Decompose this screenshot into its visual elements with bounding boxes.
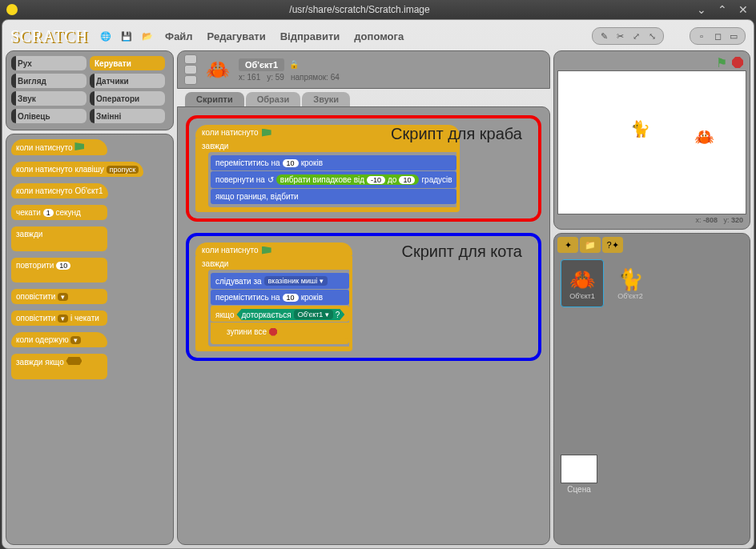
block-forever[interactable]: завжди	[11, 226, 107, 251]
crab-script-label: Скрипт для краба	[391, 125, 522, 143]
globe-icon[interactable]: 🌐	[98, 28, 114, 44]
block-when-receive[interactable]: коли одержую ▾	[11, 332, 107, 347]
touching-dropdown[interactable]: Об'єкт1 ▾	[294, 310, 333, 319]
block-random[interactable]: вибрати випадкове від -10 до 10	[276, 174, 420, 185]
move-steps-input[interactable]: 10	[283, 294, 299, 302]
category-sensing[interactable]: Датчики	[90, 74, 165, 88]
rotate-ccw-icon: ↺	[267, 175, 274, 184]
block-forever-if[interactable]: завжди якщо	[11, 354, 107, 379]
sprite-direction: 64	[331, 73, 340, 82]
stage-canvas[interactable]	[557, 70, 746, 214]
block-wait[interactable]: чекати 1 секунд	[11, 205, 107, 220]
import-sprite-button[interactable]: 📁	[580, 237, 601, 253]
block-bounce[interactable]: якщо границя, відбити	[211, 189, 456, 204]
rotate-full-button[interactable]	[184, 54, 197, 64]
window-titlebar: /usr/share/scratch/Scratch.image ⌄ ⌃ ✕	[0, 0, 756, 19]
window-maximize-icon[interactable]: ⌃	[716, 3, 729, 16]
block-forever[interactable]: завжди слідувати за вказівник миші ▾ пер…	[195, 256, 352, 351]
rotate-none-button[interactable]	[184, 75, 197, 85]
block-stop-all[interactable]: зупини все	[222, 324, 348, 339]
category-pen[interactable]: Олівець	[11, 109, 86, 123]
window-title: /usr/share/scratch/Scratch.image	[24, 4, 695, 15]
crab-script-group: Скрипт для краба коли натиснуто завжди п…	[186, 115, 541, 222]
grow-icon[interactable]: ⤢	[629, 30, 642, 42]
point-target-dropdown[interactable]: вказівник миші ▾	[264, 276, 328, 286]
window-close-icon[interactable]: ✕	[737, 3, 750, 16]
move-steps-input[interactable]: 10	[283, 159, 299, 167]
block-move[interactable]: переміститись на 10 кроків	[211, 155, 456, 170]
save-icon[interactable]: 💾	[119, 28, 135, 44]
large-stage-icon[interactable]: ◻	[711, 30, 724, 42]
app-window: SCRATCH 🌐 💾 📂 Файл Редагувати Відправити…	[2, 19, 754, 549]
sprite-list-panel: ✦ 📁 ?✦ Об'єкт1 Об'єкт2	[553, 233, 750, 545]
paint-sprite-button[interactable]: ✦	[557, 237, 578, 253]
category-sound[interactable]: Звук	[11, 91, 86, 106]
flag-icon	[74, 142, 84, 150]
block-palette: коли натиснуто коли натиснуто клавішу пр…	[6, 134, 174, 545]
stage-tile[interactable]: Сцена	[557, 455, 601, 503]
edit-tools: ✎ ✂ ⤢ ⤡	[592, 27, 664, 45]
category-operators[interactable]: Оператори	[90, 91, 165, 106]
category-variables[interactable]: Змінні	[90, 109, 165, 123]
rotate-flip-button[interactable]	[184, 65, 197, 74]
category-control[interactable]: Керувати	[90, 56, 165, 70]
sprite-y: 59	[275, 73, 284, 82]
random-high-input[interactable]: 10	[399, 176, 415, 184]
block-when-flag[interactable]: коли натиснуто	[11, 139, 107, 155]
block-when-key[interactable]: коли натиснуто клавішу пропуск	[11, 162, 143, 177]
menu-edit[interactable]: Редагувати	[207, 30, 266, 42]
lock-icon[interactable]: 🔒	[289, 60, 299, 69]
main-toolbar: SCRATCH 🌐 💾 📂 Файл Редагувати Відправити…	[6, 23, 750, 49]
tab-sounds[interactable]: Звуки	[302, 92, 350, 106]
menu-file[interactable]: Файл	[165, 30, 193, 42]
block-hat-flag[interactable]: коли натиснуто	[195, 242, 352, 256]
sprite-tile-2[interactable]: Об'єкт2	[609, 259, 652, 307]
app-icon	[6, 4, 18, 15]
editor-tabs: Скрипти Образи Звуки	[185, 92, 550, 106]
stage-sprite-cat[interactable]	[630, 119, 650, 138]
category-panel: Рух Керувати Вигляд Датчики Звук Операто…	[6, 50, 174, 130]
category-looks[interactable]: Вигляд	[11, 74, 86, 88]
stop-button[interactable]	[732, 57, 743, 68]
stage-sprite-crab[interactable]	[694, 127, 756, 146]
surprise-sprite-button[interactable]: ?✦	[602, 237, 623, 253]
block-touching[interactable]: доторкається Об'єкт1 ▾ ?	[236, 309, 344, 320]
cat-script-label: Скрипт для кота	[402, 242, 522, 261]
green-flag-button[interactable]: ⚑	[716, 55, 727, 70]
stage-panel: ⚑ x: -808 y: 320	[553, 50, 750, 230]
block-forever[interactable]: завжди переміститись на 10 кроків поверн…	[195, 138, 460, 212]
scratch-logo: SCRATCH	[10, 27, 88, 46]
open-icon[interactable]: 📂	[139, 28, 155, 44]
script-area[interactable]: Скрипт для краба коли натиснуто завжди п…	[177, 106, 550, 545]
block-repeat[interactable]: повторити 10	[11, 258, 107, 283]
cat-script[interactable]: коли натиснуто завжди слідувати за вказі…	[195, 242, 352, 351]
category-motion[interactable]: Рух	[11, 56, 86, 70]
sprite-header: Об'єкт1 🔒 x: 161 y: 59 напрямок: 64	[177, 50, 550, 89]
current-sprite-thumb	[203, 55, 232, 84]
stamp-icon[interactable]: ✎	[597, 30, 610, 42]
block-when-sprite-clicked[interactable]: коли натиснуто Об'єкт1	[11, 183, 108, 198]
shrink-icon[interactable]: ⤡	[645, 30, 658, 42]
tab-scripts[interactable]: Скрипти	[185, 92, 244, 106]
block-point-towards[interactable]: слідувати за вказівник миші ▾	[211, 273, 349, 289]
menu-share[interactable]: Відправити	[280, 30, 340, 42]
block-broadcast[interactable]: оповістити ▾	[11, 289, 107, 304]
block-if[interactable]: якщо доторкається Об'єкт1 ▾ ?	[211, 306, 349, 322]
sprite-tile-1[interactable]: Об'єкт1	[561, 259, 604, 307]
sprite-name-field[interactable]: Об'єкт1	[239, 58, 284, 71]
window-minimize-icon[interactable]: ⌄	[695, 3, 708, 16]
view-tools: ▫ ◻ ▭	[690, 27, 746, 45]
block-move[interactable]: переміститись на 10 кроків	[211, 290, 349, 305]
cut-icon[interactable]: ✂	[613, 30, 626, 42]
cat-script-group: Скрипт для кота коли натиснуто завжди сл…	[186, 233, 541, 361]
tab-costumes[interactable]: Образи	[246, 92, 301, 106]
menu-help[interactable]: допомога	[354, 30, 404, 42]
small-stage-icon[interactable]: ▫	[695, 30, 708, 42]
random-low-input[interactable]: -10	[367, 176, 385, 184]
flag-icon	[262, 246, 271, 254]
sprite-x: 161	[247, 73, 261, 82]
present-icon[interactable]: ▭	[727, 30, 740, 42]
flag-icon	[262, 129, 271, 137]
block-broadcast-wait[interactable]: оповістити ▾ і чекати	[11, 311, 107, 326]
block-turn[interactable]: повернути на ↺ вибрати випадкове від -10…	[211, 171, 456, 188]
